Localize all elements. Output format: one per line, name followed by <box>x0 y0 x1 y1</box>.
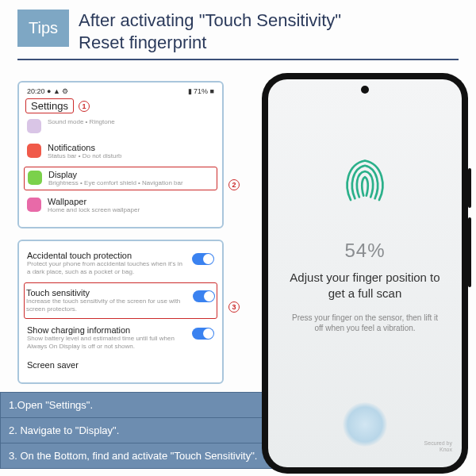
phone-volume-button <box>468 217 471 287</box>
tips-text: After activating "Touch Sensitivity" Res… <box>69 10 341 54</box>
knox-badge: Secured by Knox <box>424 440 452 453</box>
tips-badge: Tips <box>17 10 69 47</box>
divider <box>17 59 459 60</box>
item-title: Show charging information <box>27 325 186 335</box>
fingerprint-icon <box>329 143 401 214</box>
knox-line2: Knox <box>424 447 452 453</box>
settings-item-wallpaper[interactable]: Wallpaper Home and lock screen wallpaper <box>25 192 216 219</box>
notifications-icon <box>27 144 41 158</box>
tips-line-1: After activating "Touch Sensitivity" <box>79 10 341 32</box>
settings-item-notifications[interactable]: Notifications Status bar • Do not distur… <box>25 138 216 165</box>
sound-icon <box>27 119 41 133</box>
toggle-switch[interactable] <box>193 290 215 302</box>
item-sub: Status bar • Do not disturb <box>48 152 122 160</box>
settings-screenshot-panel: 20:20 ● ▲ ⚙ ▮ 71% ■ Settings 1 Sound mod… <box>17 81 224 228</box>
scan-percent: 54% <box>268 240 462 262</box>
setting-accidental-touch[interactable]: Accidental touch protection Protect your… <box>25 246 216 281</box>
toggle-switch[interactable] <box>192 253 214 265</box>
callout-2: 2 <box>228 179 240 190</box>
phone-camera-notch <box>361 86 369 94</box>
item-title: Wallpaper <box>48 197 140 206</box>
scan-hint: Press your finger on the sensor, then li… <box>289 313 441 333</box>
settings-heading: Settings <box>25 98 74 113</box>
display-icon <box>28 171 42 185</box>
toggle-switch[interactable] <box>192 328 214 340</box>
item-sub: Brightness • Eye comfort shield • Naviga… <box>48 179 183 187</box>
phone-mockup: 54% Adjust your finger position to get a… <box>262 73 468 474</box>
item-title: Accidental touch protection <box>27 251 186 260</box>
settings-item-display[interactable]: Display Brightness • Eye comfort shield … <box>24 167 217 190</box>
scan-instruction: Adjust your finger position to get a ful… <box>282 270 447 301</box>
status-bar: 20:20 ● ▲ ⚙ ▮ 71% ■ <box>25 87 216 98</box>
wallpaper-icon <box>27 198 41 212</box>
callout-1: 1 <box>79 101 90 112</box>
phone-side-button <box>468 168 471 208</box>
knox-line1: Secured by <box>424 440 452 447</box>
step-1: 1.Open "Settings". <box>0 392 286 418</box>
item-sub: Protect your phone from accidental touch… <box>27 260 186 276</box>
item-sub: Increase the touch sensitivity of the sc… <box>26 298 186 313</box>
item-title: Screen saver <box>27 360 214 370</box>
step-list: 1.Open "Settings". 2. Navigate to "Displ… <box>0 392 286 468</box>
step-2: 2. Navigate to "Display". <box>0 417 286 443</box>
item-sub: Home and lock screen wallpaper <box>48 206 140 214</box>
display-settings-panel: Accidental touch protection Protect your… <box>17 240 224 384</box>
status-right: ▮ 71% ■ <box>188 87 214 95</box>
phone-screen: 54% Adjust your finger position to get a… <box>268 79 462 467</box>
tips-line-2: Reset fingerprint <box>79 32 341 54</box>
step-3: 3. On the Bottom, find and activate "Tou… <box>0 443 286 469</box>
item-title: Touch sensitivity <box>26 288 186 298</box>
callout-3: 3 <box>228 301 240 313</box>
setting-charging-info[interactable]: Show charging information Show battery l… <box>25 321 216 355</box>
item-sub: Sound mode • Ringtone <box>48 118 115 126</box>
item-sub: Show battery level and estimated time un… <box>27 335 186 351</box>
settings-item-sound[interactable]: Sound mode • Ringtone <box>25 113 216 138</box>
fingerprint-sensor-icon[interactable] <box>343 402 387 447</box>
tips-header: Tips After activating "Touch Sensitivity… <box>0 0 476 54</box>
fingerprint-setup: 54% Adjust your finger position to get a… <box>268 79 462 333</box>
item-title: Display <box>48 170 183 179</box>
item-title: Notifications <box>48 143 122 152</box>
setting-touch-sensitivity[interactable]: Touch sensitivity Increase the touch sen… <box>24 282 217 319</box>
setting-screen-saver[interactable]: Screen saver <box>25 355 216 374</box>
status-left: 20:20 ● ▲ ⚙ <box>27 87 68 95</box>
